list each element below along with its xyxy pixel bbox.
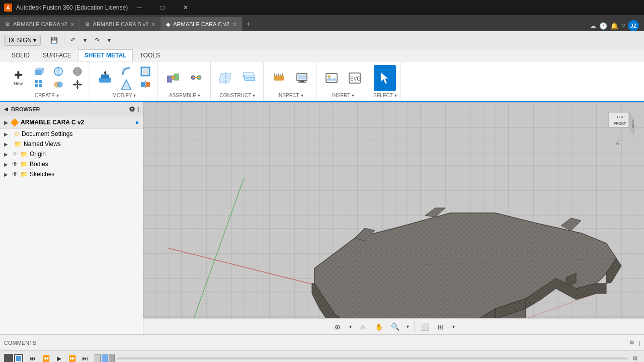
ribbon-group-construct: CONSTRUCT ▾: [212, 62, 264, 100]
combine-button[interactable]: [49, 79, 67, 91]
extrude-button[interactable]: [30, 65, 48, 78]
close-button[interactable]: ✕: [174, 0, 197, 15]
press-pull-button[interactable]: [94, 65, 116, 91]
tab-icon: ◆: [166, 21, 170, 28]
comments-settings-icon[interactable]: ⚙: [629, 339, 634, 346]
tab-armable-cara-b[interactable]: ⚙ ARMABLE CARA B v2 ✕: [80, 17, 162, 31]
insert-image-icon: [325, 70, 339, 86]
assemble-dropdown-arrow[interactable]: ▾: [198, 93, 200, 98]
notification-icon[interactable]: 🔔: [610, 22, 618, 30]
tab-armable-cara-c[interactable]: ◆ ARMABLE CARA C v2 ✕: [161, 17, 242, 31]
browser-item-document-settings[interactable]: ▶ ⚙ Document Settings: [0, 129, 143, 139]
offset-plane-button[interactable]: [238, 65, 260, 91]
tab-sheet-metal[interactable]: SHEET METAL: [78, 49, 133, 61]
insert-dropdown-arrow[interactable]: ▾: [352, 93, 354, 98]
browser-collapse-arrow[interactable]: ◀: [4, 106, 8, 112]
sphere-icon: [72, 66, 83, 77]
tab-label: ARMABLE CARA C v2: [173, 21, 229, 27]
tab-close-icon[interactable]: ✕: [151, 22, 155, 27]
play-button[interactable]: ▶: [53, 353, 64, 363]
title-bar: A Autodesk Fusion 360 (Education License…: [0, 0, 644, 15]
orbit-dropdown[interactable]: ▾: [347, 321, 354, 333]
zoom-button[interactable]: 🔍: [388, 321, 402, 333]
design-dropdown[interactable]: DESIGN ▾: [4, 35, 41, 46]
user-avatar[interactable]: JZ: [628, 20, 639, 31]
display-settings-button[interactable]: [291, 65, 313, 91]
scale-button[interactable]: [117, 79, 135, 91]
inspect-dropdown-arrow[interactable]: ▾: [301, 93, 303, 98]
sphere-button[interactable]: [68, 65, 87, 78]
grid-button[interactable]: ⊞: [434, 321, 448, 333]
save-button[interactable]: 💾: [47, 33, 61, 47]
revolve-button[interactable]: [49, 65, 67, 78]
select-button[interactable]: [374, 65, 396, 91]
pan-button[interactable]: ✋: [372, 321, 386, 333]
select-dropdown-arrow[interactable]: ▾: [394, 93, 397, 98]
insert-svg-button[interactable]: SVG: [344, 65, 366, 91]
comments-expand-icon[interactable]: |: [638, 340, 640, 346]
undo-button[interactable]: ↶: [67, 33, 78, 47]
construct-dropdown-arrow[interactable]: ▾: [253, 93, 255, 98]
browser-root-item[interactable]: ▶ 🔶 ARMABLE CARA C v2 ●: [0, 116, 143, 129]
create-dropdown-arrow[interactable]: ▾: [56, 93, 59, 98]
grid-dropdown[interactable]: ▾: [450, 321, 457, 333]
browser-item-named-views[interactable]: ▶ 📁 Named Views: [0, 139, 143, 149]
item-label: Bodies: [30, 161, 48, 168]
new-component-button[interactable]: ✚ New: [7, 65, 29, 91]
app-title: Autodesk Fusion 360 (Education License): [16, 4, 128, 11]
tab-close-icon[interactable]: ✕: [232, 22, 236, 27]
display-mode-button[interactable]: ⬜: [418, 321, 432, 333]
midplane-button[interactable]: [215, 65, 237, 91]
forward-to-end-button[interactable]: ⏭: [79, 353, 91, 363]
svg-rect-53: [298, 75, 306, 80]
new-tab-button[interactable]: +: [242, 17, 256, 31]
svg-point-13: [57, 82, 63, 88]
minimize-button[interactable]: ─: [128, 0, 151, 15]
shell-button[interactable]: [136, 65, 154, 78]
motion-link-button[interactable]: [185, 65, 207, 91]
measure-button[interactable]: [268, 65, 290, 91]
viewport[interactable]: TOP FRONT RIGHT ↑ N ⊕ ▾ ⌂ ✋ 🔍 ▾ ⬜ ⊞ ▾: [143, 102, 644, 334]
tab-close-icon[interactable]: ✕: [70, 22, 74, 27]
modify-dropdown-arrow[interactable]: ▾: [133, 93, 136, 98]
move-button[interactable]: [68, 79, 87, 91]
item-label: Named Views: [24, 140, 61, 148]
zoom-dropdown[interactable]: ▾: [404, 321, 411, 333]
undo-dropdown[interactable]: ▾: [80, 33, 90, 47]
home-button[interactable]: ⌂: [356, 321, 370, 333]
orbit-button[interactable]: ⊕: [331, 321, 345, 333]
tab-armable-cara-a[interactable]: ⚙ ARMABLE CARAA v2 ✕: [0, 17, 80, 31]
step-forward-button[interactable]: ⏩: [66, 353, 77, 363]
pattern-button[interactable]: [30, 79, 48, 91]
browser-item-bodies[interactable]: ▶ 👁 📁 Bodies: [0, 159, 143, 169]
svg-rect-8: [35, 80, 38, 83]
browser-expand-icon[interactable]: |: [137, 106, 139, 112]
tab-tools[interactable]: TOOLS: [133, 49, 166, 61]
tab-solid[interactable]: SOLID: [5, 49, 36, 61]
redo-dropdown[interactable]: ▾: [105, 33, 114, 47]
insert-image-button[interactable]: [320, 65, 343, 91]
scale-icon: [121, 79, 132, 90]
help-icon[interactable]: ?: [621, 22, 625, 30]
history-icon[interactable]: 🕐: [599, 22, 607, 30]
tab-surface[interactable]: SURFACE: [36, 49, 78, 61]
browser-settings-icon[interactable]: ⚙: [129, 105, 135, 113]
dropdown-arrow-icon: ▾: [84, 37, 87, 44]
select-icon: [378, 70, 392, 86]
animation-track[interactable]: [117, 357, 628, 359]
save-icon: 💾: [50, 37, 58, 44]
tab-label: ARMABLE CARAA v2: [13, 21, 67, 27]
browser-item-origin[interactable]: ▶ 👁 📁 Origin: [0, 149, 143, 159]
split-body-button[interactable]: [136, 79, 154, 91]
step-back-button[interactable]: ⏪: [40, 353, 51, 363]
browser-item-sketches[interactable]: ▶ 👁 📁 Sketches: [0, 169, 143, 179]
redo-button[interactable]: ↷: [92, 33, 103, 47]
viewcube[interactable]: TOP FRONT RIGHT ↑ N: [599, 107, 639, 148]
maximize-button[interactable]: □: [151, 0, 174, 15]
cloud-sync-icon[interactable]: ☁: [590, 22, 596, 30]
back-to-start-button[interactable]: ⏮: [27, 353, 38, 363]
fillet-button[interactable]: [117, 65, 135, 78]
offset-plane-icon: [242, 70, 256, 86]
joint-button[interactable]: [162, 65, 184, 91]
animation-settings-icon[interactable]: ⚙: [630, 353, 640, 363]
